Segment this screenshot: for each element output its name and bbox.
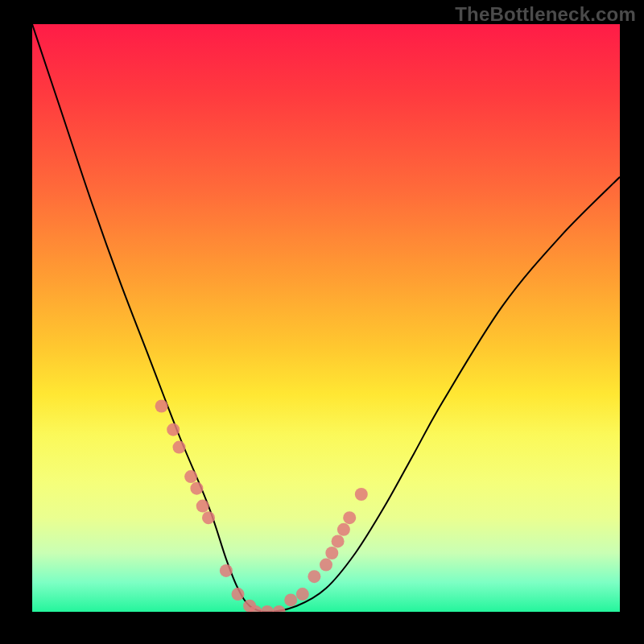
- curve-marker: [332, 535, 345, 547]
- curve-marker: [320, 559, 332, 572]
- curve-marker: [220, 564, 233, 577]
- plot-area: [32, 24, 620, 612]
- curve-marker: [190, 482, 203, 495]
- curve-marker: [261, 605, 274, 612]
- curve-marker: [284, 593, 297, 606]
- curve-marker: [296, 588, 309, 601]
- curve-marker: [325, 547, 338, 559]
- curve-marker: [167, 423, 180, 436]
- chart-svg: [32, 24, 620, 612]
- curve-marker: [196, 500, 209, 513]
- curve-marker: [273, 605, 286, 612]
- curve-marker: [155, 400, 168, 413]
- v-curve-line: [32, 24, 620, 612]
- curve-marker: [202, 511, 215, 524]
- curve-marker: [343, 511, 356, 524]
- curve-marker: [355, 488, 368, 501]
- curve-marker: [308, 570, 320, 583]
- curve-marker: [173, 441, 186, 454]
- curve-marker: [232, 588, 245, 601]
- curve-marker: [337, 523, 350, 536]
- curve-marker: [184, 470, 197, 483]
- curve-markers: [155, 400, 368, 613]
- chart-frame: TheBottleneck.com: [0, 0, 644, 644]
- watermark-text: TheBottleneck.com: [455, 3, 636, 26]
